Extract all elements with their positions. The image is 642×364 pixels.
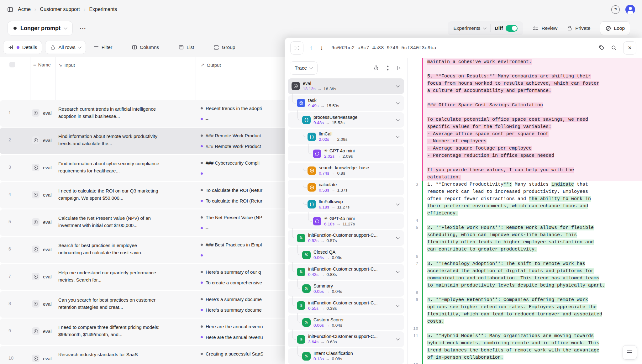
- row-name-cell: eval: [32, 136, 52, 144]
- row-output: Recent trends in the adopti–: [201, 103, 288, 124]
- trace-span-row[interactable]: ()processUserMessage9.48s→15.53s: [288, 112, 404, 128]
- results-table: ≡ Name ↘ Input ↗ Output 1evalResearch cu…: [0, 57, 288, 364]
- diff-line: costs.: [408, 318, 642, 325]
- help-icon[interactable]: ?: [611, 5, 620, 14]
- breadcrumb-project[interactable]: Customer support: [40, 7, 80, 12]
- span-name: ✳GPT-4o mini: [324, 148, 355, 154]
- column-header-input[interactable]: ↘ Input: [58, 62, 75, 68]
- table-row[interactable]: 6evalSearch for best practices in employ…: [0, 237, 288, 263]
- row-output: Creating a successful SaaS: [201, 348, 288, 359]
- filter-button[interactable]: Filter: [89, 45, 117, 50]
- trace-span-row[interactable]: ✳GPT-4o mini6.18s→11.27s: [288, 214, 404, 229]
- diff-line-content: calculation.: [423, 174, 642, 181]
- focus-trace-button[interactable]: [290, 41, 303, 55]
- search-icon[interactable]: [611, 45, 617, 51]
- group-button[interactable]: Group: [209, 45, 239, 50]
- trace-span-row[interactable]: %Custom Scorer0.06s→0.04s: [288, 315, 404, 330]
- span-durations: 0.53s→1.37s: [319, 187, 348, 193]
- details-label: Details: [22, 45, 37, 50]
- duration-comparison: 0.63s: [327, 340, 337, 344]
- output-text: To create a comprehensive: [206, 280, 262, 285]
- trace-id: 9c062bc2-a8c7-4a88-9749-5cf840f3c9ba: [331, 45, 436, 51]
- loop-button[interactable]: Loop: [600, 21, 630, 35]
- list-button[interactable]: List: [174, 45, 198, 50]
- tag-icon[interactable]: [599, 45, 605, 51]
- trace-span-row[interactable]: %Summary0.05s→0.04s: [288, 281, 404, 297]
- table-row[interactable]: 10evalResearch industry standards for Sa…: [0, 346, 288, 364]
- review-button[interactable]: Review: [533, 25, 557, 31]
- diff-toggle[interactable]: [506, 25, 518, 32]
- diff-line: a culture of accountability and performa…: [408, 87, 642, 94]
- trace-span-row[interactable]: calculate0.53s→1.37s: [288, 180, 404, 195]
- rows-filter-dropdown[interactable]: All rows: [45, 41, 86, 54]
- table-row[interactable]: 4evalI need to calculate the ROI on our …: [0, 182, 288, 208]
- line-number: [408, 130, 422, 138]
- tree-connector: [303, 195, 307, 205]
- trace-span-row[interactable]: %initFunction-Customer support-C...3.64s…: [288, 331, 404, 347]
- close-panel-button[interactable]: ×: [623, 41, 636, 55]
- output-text: Here's a summary of our q: [206, 269, 261, 275]
- trace-span-row[interactable]: ✳GPT-4o mini2.02s→2.09s: [288, 146, 404, 161]
- private-button[interactable]: Private: [567, 25, 590, 31]
- tree-connector: [297, 313, 302, 323]
- more-menu-button[interactable]: ⋯: [80, 24, 87, 32]
- duration-base: 0.06s: [313, 323, 324, 328]
- table-row[interactable]: 1evalResearch current trends in artifici…: [0, 100, 288, 127]
- trace-view-dropdown[interactable]: Trace: [290, 61, 318, 75]
- next-row-button[interactable]: ↓: [319, 45, 325, 51]
- table-row[interactable]: 7evalHelp me understand our quarterly pe…: [0, 264, 288, 290]
- line-number: [408, 203, 422, 210]
- output-line: Creating a successful SaaS: [201, 348, 288, 359]
- avatar[interactable]: [625, 5, 635, 14]
- diff-line: calculation.: [408, 174, 642, 181]
- column-header-name[interactable]: ≡ Name: [33, 62, 51, 67]
- timing-icon[interactable]: [373, 65, 379, 71]
- table-row[interactable]: 2evalFind information about remote work …: [0, 128, 288, 154]
- trace-span-row[interactable]: eval13.13s→16.36s: [288, 78, 404, 94]
- duration-comparison: 0.04s: [332, 323, 342, 328]
- span-name: Closed QA: [313, 249, 342, 255]
- trace-span-row[interactable]: ()llmFollowup6.18s→11.27s: [288, 197, 404, 212]
- trace-span-row[interactable]: search_knowledge_base0.74s→0.8s: [288, 163, 404, 178]
- row-name-cell: eval: [32, 327, 52, 335]
- trace-span-row[interactable]: %initFunction-Customer support-C...0.52s…: [288, 230, 404, 246]
- table-row[interactable]: 3evalFind information about cybersecurit…: [0, 155, 288, 181]
- span-name: initFunction-Customer support-C...: [308, 300, 378, 306]
- sidebar-toggle-icon[interactable]: [7, 6, 13, 13]
- line-number: 9: [408, 296, 422, 303]
- trace-span-row[interactable]: %initFunction-Customer support-C...0.55s…: [288, 298, 404, 314]
- diff-line-content: hybrid work models, combining remote and…: [423, 340, 642, 347]
- diff-line-content: 3. **Technology Adoption**: The shift to…: [423, 260, 642, 267]
- previous-row-button[interactable]: ↑: [308, 45, 314, 51]
- collapse-panel-left-icon[interactable]: [397, 65, 402, 71]
- raw-view-button[interactable]: [623, 345, 637, 360]
- trace-span-row[interactable]: %initFunction-Customer support-C...0.42s…: [288, 264, 404, 280]
- arrow-right-icon: →: [331, 205, 335, 209]
- table-row[interactable]: 9evalI need to compare three different p…: [0, 319, 288, 345]
- diff-line: accelerated the adoption of digital tool…: [408, 267, 642, 275]
- output-line: Here's a summary of our q: [201, 266, 288, 277]
- row-index: 4: [8, 192, 11, 197]
- chevron-down-icon: [396, 303, 399, 307]
- columns-button[interactable]: Columns: [127, 45, 163, 50]
- output-diff-viewer[interactable]: maintain a cohesive work environment.5. …: [408, 58, 642, 364]
- experiments-view-dropdown[interactable]: Experiments: [449, 25, 490, 31]
- expand-collapse-rows-icon[interactable]: [385, 65, 391, 71]
- trace-span-row[interactable]: %Intent Classification0.13s→0.08s: [288, 348, 404, 364]
- details-button[interactable]: Details: [3, 41, 42, 54]
- line-number: 6: [408, 253, 422, 260]
- select-all-checkbox[interactable]: [9, 62, 15, 67]
- breadcrumb-org[interactable]: Acme: [18, 7, 31, 12]
- table-row[interactable]: 8evalCan you search for best practices o…: [0, 291, 288, 318]
- trace-span-row[interactable]: task9.49s→15.53s: [288, 95, 404, 111]
- experiment-selector[interactable]: Longer prompt: [8, 21, 73, 35]
- row-index: 5: [8, 219, 11, 224]
- column-header-output[interactable]: ↗ Output: [201, 62, 221, 68]
- trace-span-row[interactable]: ()llmCall2.02s→2.09s: [288, 129, 404, 145]
- row-input: I need to compare three different pricin…: [58, 324, 162, 338]
- duration-comparison: 0.57s: [327, 238, 337, 243]
- output-line: –: [201, 223, 288, 233]
- table-row[interactable]: 5evalCalculate the Net Present Value (NP…: [0, 209, 288, 236]
- breadcrumb-section[interactable]: Experiments: [89, 7, 117, 12]
- trace-span-row[interactable]: %Closed QA0.06s→0.05s: [288, 247, 404, 263]
